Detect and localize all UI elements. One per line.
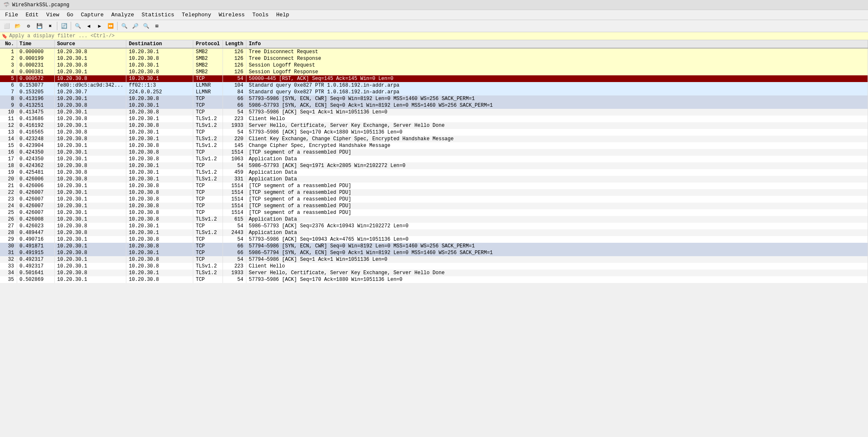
cell-proto: TLSv1.2 xyxy=(193,216,223,223)
cell-dst: 10.20.30.1 xyxy=(126,162,193,169)
cell-dst: 10.20.30.8 xyxy=(126,256,193,263)
toolbar-reload-btn[interactable]: 🔄 xyxy=(59,21,69,31)
table-row[interactable]: 90.41325110.20.30.810.20.30.1TCP665986→5… xyxy=(0,102,868,109)
table-row[interactable]: 140.42324810.20.30.810.20.30.1TLSv1.2220… xyxy=(0,136,868,142)
table-row[interactable]: 260.42600810.20.30.110.20.30.8TLSv1.2615… xyxy=(0,216,868,223)
table-row[interactable]: 60.153077fe80::d9c5:ac9d:342...ff02::1:3… xyxy=(0,82,868,89)
cell-proto: TLSv1.2 xyxy=(193,122,223,129)
table-row[interactable]: 230.42600710.20.30.110.20.30.8TCP1514[TC… xyxy=(0,196,868,203)
menu-item-file[interactable]: File xyxy=(2,11,21,19)
toolbar-fwd-btn[interactable]: ▶ xyxy=(95,21,105,31)
table-row[interactable]: 110.41368610.20.30.810.20.30.1TLSv1.2223… xyxy=(0,116,868,122)
table-row[interactable]: 150.42390410.20.30.110.20.30.8TLSv1.2145… xyxy=(0,142,868,149)
menu-item-tools[interactable]: Tools xyxy=(249,11,272,19)
table-row[interactable]: 340.50164110.20.30.810.20.30.1TLSv1.2193… xyxy=(0,270,868,276)
table-row[interactable]: 130.41656510.20.30.810.20.30.1TCP5457793… xyxy=(0,129,868,136)
cell-dst: 10.20.30.8 xyxy=(126,236,193,243)
cell-dst: 10.20.30.1 xyxy=(126,62,193,69)
menu-item-help[interactable]: Help xyxy=(273,11,292,19)
cell-time: 0.426008 xyxy=(17,216,54,223)
cell-time: 0.000572 xyxy=(17,75,54,82)
table-row[interactable]: 100.41347510.20.30.110.20.30.8TCP5457793… xyxy=(0,109,868,116)
table-row[interactable]: 70.15320510.20.30.7224.0.0.252LLMNR84Sta… xyxy=(0,89,868,95)
cell-info: Application Data xyxy=(246,176,868,183)
cell-proto: TCP xyxy=(193,149,223,156)
cell-proto: TCP xyxy=(193,196,223,203)
cell-len: 1063 xyxy=(223,156,246,162)
table-row[interactable]: 80.41319610.20.30.110.20.30.8TCP6657793→… xyxy=(0,95,868,102)
toolbar-save-btn[interactable]: 💾 xyxy=(34,21,44,31)
toolbar-back-btn[interactable]: ◀ xyxy=(84,21,94,31)
cell-no: 6 xyxy=(0,82,17,89)
table-row[interactable]: 40.00038110.20.30.110.20.30.8SMB2126Sess… xyxy=(0,69,868,75)
cell-src: 10.20.30.1 xyxy=(54,183,126,189)
table-row[interactable]: 300.49187110.20.30.110.20.30.8TCP6657794… xyxy=(0,243,868,249)
cell-src: 10.20.30.8 xyxy=(54,249,126,256)
toolbar-open-btn[interactable]: 📂 xyxy=(13,21,23,31)
table-row[interactable]: 290.49071610.20.30.110.20.30.8TCP5457793… xyxy=(0,236,868,243)
table-row[interactable]: 190.42548110.20.30.810.20.30.1TLSv1.2459… xyxy=(0,169,868,176)
toolbar-recent-btn[interactable]: ⚙ xyxy=(23,21,33,31)
table-row[interactable]: 10.00000010.20.30.810.20.30.1SMB2126Tree… xyxy=(0,48,868,55)
table-row[interactable]: 330.49231710.20.30.110.20.30.8TLSv1.2223… xyxy=(0,263,868,270)
table-row[interactable]: 280.48944710.20.30.810.20.30.1TLSv1.2244… xyxy=(0,229,868,236)
cell-src: 10.20.30.1 xyxy=(54,203,126,209)
table-row[interactable]: 250.42600710.20.30.110.20.30.8TCP1514[TC… xyxy=(0,209,868,216)
toolbar-go-btn[interactable]: ⏩ xyxy=(105,21,115,31)
table-row[interactable]: 180.42436210.20.30.810.20.30.1TCP545986→… xyxy=(0,162,868,169)
table-row[interactable]: 350.50286910.20.30.110.20.30.8TCP5457793… xyxy=(0,276,868,283)
menu-item-view[interactable]: View xyxy=(43,11,62,19)
table-row[interactable]: 320.49231710.20.30.110.20.30.8TCP5457794… xyxy=(0,256,868,263)
table-row[interactable]: 220.42600710.20.30.110.20.30.8TCP1514[TC… xyxy=(0,189,868,196)
cell-len: 2443 xyxy=(223,229,246,236)
cell-info: Standard query 0xe827 PTR 1.0.168.192.in… xyxy=(246,89,868,95)
menu-item-analyze[interactable]: Analyze xyxy=(108,11,138,19)
cell-no: 28 xyxy=(0,229,17,236)
cell-no: 13 xyxy=(0,129,17,136)
cell-proto: TCP xyxy=(193,236,223,243)
cell-time: 0.423248 xyxy=(17,136,54,142)
filter-input[interactable] xyxy=(9,33,866,39)
menu-item-capture[interactable]: Capture xyxy=(77,11,107,19)
cell-dst: 10.20.30.8 xyxy=(126,209,193,216)
table-row[interactable]: 210.42600610.20.30.110.20.30.8TCP1514[TC… xyxy=(0,183,868,189)
packet-list[interactable]: No. Time Source Destination Protocol Len… xyxy=(0,40,868,428)
cell-dst: 224.0.0.252 xyxy=(126,89,193,95)
cell-info: Application Data xyxy=(246,216,868,223)
cell-no: 9 xyxy=(0,102,17,109)
cell-proto: TCP xyxy=(193,223,223,229)
table-row[interactable]: 160.42435010.20.30.110.20.30.8TCP1514[TC… xyxy=(0,149,868,156)
cell-dst: 10.20.30.1 xyxy=(126,129,193,136)
table-row[interactable]: 170.42435010.20.30.110.20.30.8TLSv1.2106… xyxy=(0,156,868,162)
menu-item-telephony[interactable]: Telephony xyxy=(179,11,215,19)
cell-dst: 10.20.30.8 xyxy=(126,183,193,189)
cell-proto: LLMNR xyxy=(193,89,223,95)
cell-src: 10.20.30.1 xyxy=(54,196,126,203)
cell-info: [TCP segment of a reassembled PDU] xyxy=(246,203,868,209)
toolbar-zoom-out-btn[interactable]: 🔎 xyxy=(130,21,140,31)
toolbar-resize-btn[interactable]: ⊞ xyxy=(152,21,162,31)
table-row[interactable]: 270.42602310.20.30.810.20.30.1TCP545986→… xyxy=(0,223,868,229)
toolbar-zoom-reset-btn[interactable]: 🔍 xyxy=(141,21,151,31)
table-row[interactable]: 20.00019910.20.30.110.20.30.8SMB2126Tree… xyxy=(0,55,868,62)
table-row[interactable]: 50.00057210.20.30.810.20.30.1TCP5450000→… xyxy=(0,75,868,82)
cell-len: 1514 xyxy=(223,196,246,203)
table-row[interactable]: 240.42600710.20.30.110.20.30.8TCP1514[TC… xyxy=(0,203,868,209)
toolbar-zoom-in-btn[interactable]: 🔍 xyxy=(119,21,129,31)
cell-time: 0.424362 xyxy=(17,162,54,169)
table-row[interactable]: 200.42600610.20.30.810.20.30.1TLSv1.2331… xyxy=(0,176,868,183)
cell-dst: 10.20.30.1 xyxy=(126,136,193,142)
menu-item-edit[interactable]: Edit xyxy=(22,11,42,19)
toolbar-find-btn[interactable]: 🔍 xyxy=(73,21,83,31)
menu-item-statistics[interactable]: Statistics xyxy=(138,11,177,19)
toolbar-new-btn[interactable]: ⬜ xyxy=(2,21,12,31)
table-row[interactable]: 120.41619210.20.30.110.20.30.8TLSv1.2193… xyxy=(0,122,868,129)
table-row[interactable]: 30.00023110.20.30.810.20.30.1SMB2126Sess… xyxy=(0,62,868,69)
menu-item-go[interactable]: Go xyxy=(64,11,77,19)
toolbar-close-btn[interactable]: ✖ xyxy=(45,21,55,31)
table-row[interactable]: 310.49191510.20.30.810.20.30.1TCP665986→… xyxy=(0,249,868,256)
menu-item-wireless[interactable]: Wireless xyxy=(215,11,248,19)
cell-src: 10.20.30.1 xyxy=(54,142,126,149)
cell-src: 10.20.30.8 xyxy=(54,48,126,55)
cell-proto: TCP xyxy=(193,256,223,263)
